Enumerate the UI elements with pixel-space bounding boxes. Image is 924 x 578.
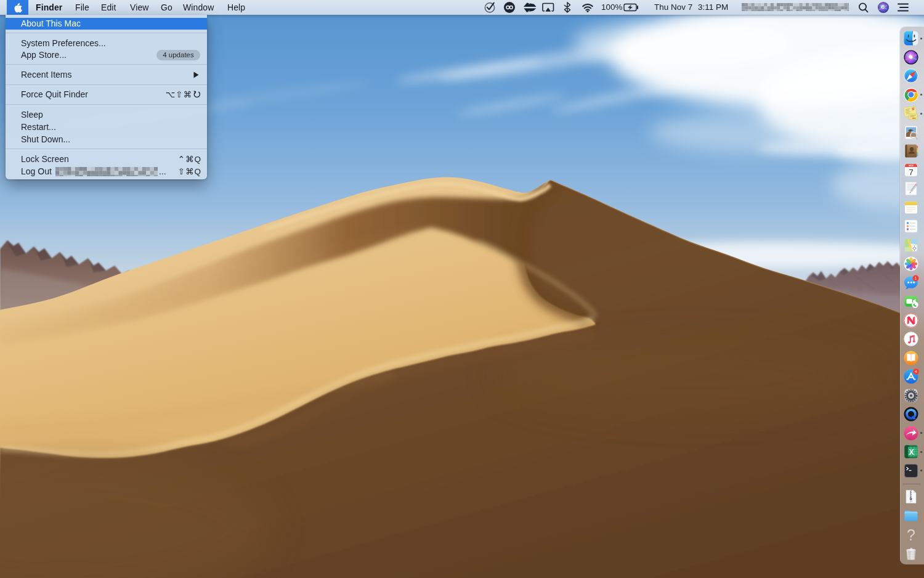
svg-text:?: ? bbox=[907, 527, 915, 543]
svg-text:1: 1 bbox=[914, 275, 917, 280]
svg-text:ZIP: ZIP bbox=[909, 500, 912, 503]
svg-text:7: 7 bbox=[909, 167, 913, 176]
svg-text:X: X bbox=[909, 448, 914, 457]
svg-text:NOV: NOV bbox=[909, 164, 914, 166]
